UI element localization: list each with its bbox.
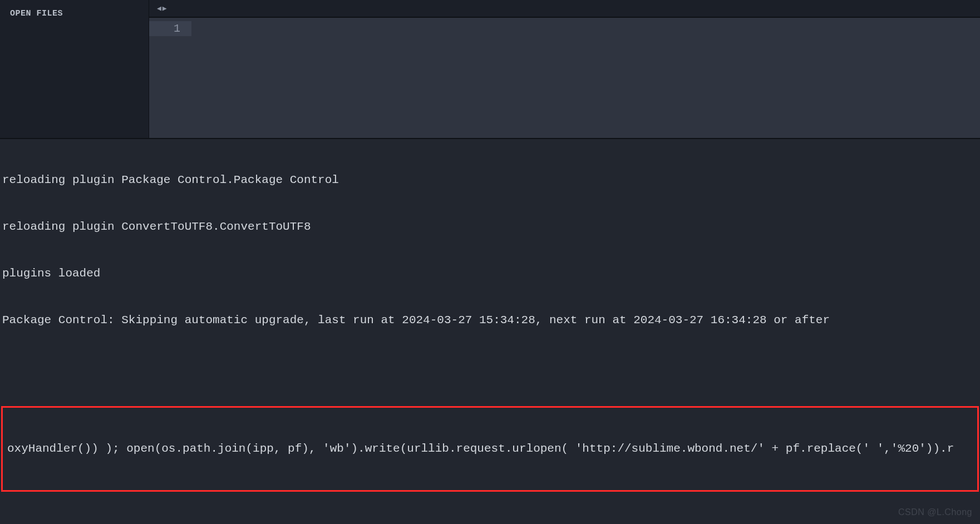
console-line: Package Control: Skipping automatic upgr…	[0, 313, 980, 328]
console-panel: reloading plugin Package Control.Package…	[0, 138, 980, 524]
app-root: OPEN FILES ◀ ▶ 1 reloading plugin Packag…	[0, 0, 980, 524]
console-input-highlight: oxyHandler()) ); open(os.path.join(ipp, …	[1, 406, 979, 492]
upper-pane: OPEN FILES ◀ ▶ 1	[0, 0, 980, 138]
editor-pane: ◀ ▶ 1	[149, 0, 980, 138]
code-text[interactable]	[191, 18, 980, 138]
gutter: 1	[149, 18, 191, 138]
sidebar: OPEN FILES	[0, 0, 149, 138]
tab-bar: ◀ ▶	[149, 0, 980, 18]
prev-tab-icon[interactable]: ◀	[157, 5, 161, 12]
console-line: reloading plugin ConvertToUTF8.ConvertTo…	[0, 219, 980, 235]
console-line: plugins loaded	[0, 266, 980, 281]
open-files-header: OPEN FILES	[0, 4, 149, 23]
line-number: 1	[149, 21, 191, 36]
console-input[interactable]: oxyHandler()) ); open(os.path.join(ipp, …	[5, 441, 975, 457]
next-tab-icon[interactable]: ▶	[162, 5, 167, 12]
code-area[interactable]: 1	[149, 18, 980, 138]
console-line: reloading plugin Package Control.Package…	[0, 172, 980, 188]
console-spacer	[0, 359, 980, 375]
